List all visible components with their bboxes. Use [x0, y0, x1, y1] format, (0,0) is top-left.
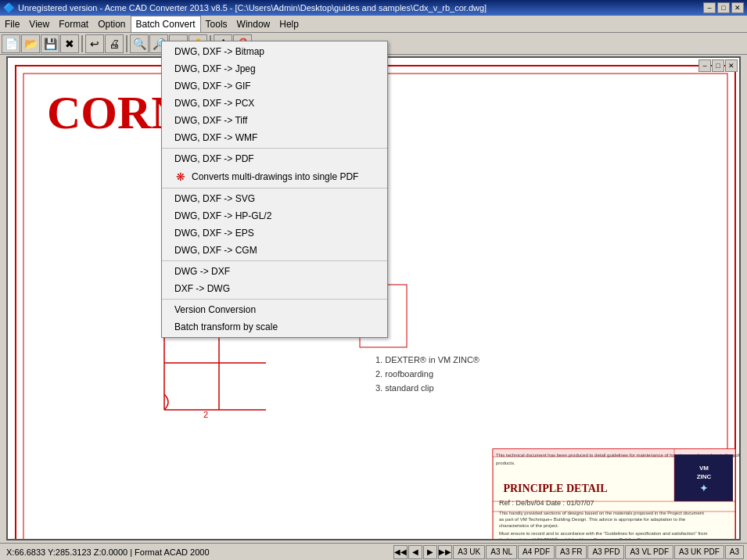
menu-group-other: Version Conversion Batch transform by sc… [162, 300, 387, 337]
new-button[interactable]: 📄 [2, 34, 20, 53]
menu-item-bitmap[interactable]: DWG, DXF -> Bitmap [162, 43, 387, 60]
svg-text:the fair artístic of VM ZINC®,: the fair artístic of VM ZINC®, published… [499, 537, 653, 539]
toolbar-sep2 [126, 35, 127, 52]
menu-batch-convert[interactable]: Batch Convert [131, 16, 201, 32]
titlebar-controls: – □ ✕ [703, 2, 744, 13]
paper-a3[interactable]: A3 [725, 545, 744, 559]
paper-a3fr[interactable]: A3 FR [555, 545, 587, 559]
minimize-button[interactable]: – [703, 2, 716, 13]
svg-text:Must ensure to record and to a: Must ensure to record and to accordance … [499, 531, 707, 536]
svg-text:as part of VM Technique+ Build: as part of VM Technique+ Building Design… [499, 517, 686, 522]
nav-last-button[interactable]: ▶▶ [438, 545, 452, 559]
menu-format[interactable]: Format [54, 16, 93, 32]
svg-text:3. standard clip: 3. standard clip [375, 383, 434, 393]
menu-group-vector: DWG, DXF -> SVG DWG, DXF -> HP-GL/2 DWG,… [162, 188, 387, 261]
menu-item-gif[interactable]: DWG, DXF -> GIF [162, 77, 387, 95]
svg-text:PRINCIPLE DETAIL: PRINCIPLE DETAIL [503, 483, 607, 494]
menu-item-cgm[interactable]: DWG, DXF -> CGM [162, 242, 387, 259]
nav-first-button[interactable]: ◀◀ [393, 545, 408, 559]
menu-file[interactable]: File [0, 16, 24, 32]
svg-text:ZINC: ZINC [697, 473, 712, 480]
svg-text:1. DEXTER® in VM ZINC®: 1. DEXTER® in VM ZINC® [375, 355, 479, 364]
menu-item-pdf[interactable]: DWG, DXF -> PDF [162, 150, 387, 167]
app-icon: 🔷 [3, 2, 15, 13]
batch-convert-dropdown: DWG, DXF -> Bitmap DWG, DXF -> Jpeg DWG,… [161, 41, 388, 338]
svg-text:VM: VM [699, 465, 709, 472]
statusbar: X:66.6833 Y:285.3123 Z:0.0000 | Format A… [0, 543, 747, 560]
svg-text:products.: products. [496, 461, 515, 465]
svg-text:Ref : De/bv/04    Date : 01/07: Ref : De/bv/04 Date : 01/07/07 [499, 499, 594, 507]
menu-tools[interactable]: Tools [201, 16, 232, 32]
menu-item-pcx[interactable]: DWG, DXF -> PCX [162, 95, 387, 112]
menu-item-tiff[interactable]: DWG, DXF -> Tiff [162, 112, 387, 129]
nav-next-button[interactable]: ▶ [423, 545, 437, 559]
zoom-in-button[interactable]: 🔍 [130, 34, 149, 53]
inner-close-button[interactable]: ✕ [725, 59, 738, 72]
titlebar: 🔷 Unregistered version - Acme CAD Conver… [0, 0, 747, 16]
menu-group-pdf: DWG, DXF -> PDF ❋ Converts multi-drawing… [162, 149, 387, 188]
save-button[interactable]: 💾 [41, 34, 59, 53]
inner-minimize-button[interactable]: – [699, 59, 711, 72]
menu-item-eps[interactable]: DWG, DXF -> EPS [162, 224, 387, 242]
menu-group-format-convert: DWG -> DXF DXF -> DWG [162, 261, 387, 300]
menu-help[interactable]: Help [275, 16, 303, 32]
menu-item-batch-transform[interactable]: Batch transform by scale [162, 318, 387, 336]
menubar: File View Format Option Batch Convert To… [0, 16, 747, 33]
svg-text:2: 2 [203, 410, 208, 419]
menu-item-hpgl2[interactable]: DWG, DXF -> HP-GL/2 [162, 207, 387, 224]
inner-window-controls: – □ ✕ [699, 59, 738, 72]
print-button[interactable]: 🖨 [105, 34, 124, 53]
menu-group-raster: DWG, DXF -> Bitmap DWG, DXF -> Jpeg DWG,… [162, 41, 387, 149]
undo-button[interactable]: ↩ [85, 34, 104, 53]
menu-option[interactable]: Option [93, 16, 130, 32]
nav-prev-button[interactable]: ◀ [408, 545, 422, 559]
multi-pdf-icon: ❋ [174, 171, 187, 183]
menu-item-svg[interactable]: DWG, DXF -> SVG [162, 190, 387, 207]
paper-a3pfd[interactable]: A3 PFD [587, 545, 624, 559]
paper-a3ukpdf[interactable]: A3 UK PDF [674, 545, 724, 559]
close-file-button[interactable]: ✖ [60, 34, 79, 53]
paper-a3uk[interactable]: A3 UK [453, 545, 485, 559]
menu-item-wmf[interactable]: DWG, DXF -> WMF [162, 129, 387, 146]
svg-text:✦: ✦ [699, 482, 709, 494]
menu-item-dwg-to-dxf[interactable]: DWG -> DXF [162, 263, 387, 280]
inner-restore-button[interactable]: □ [712, 59, 724, 72]
svg-text:2. roofboarding: 2. roofboarding [375, 369, 433, 379]
menu-view[interactable]: View [24, 16, 54, 32]
menu-window[interactable]: Window [232, 16, 275, 32]
paper-a3nl[interactable]: A3 NL [486, 545, 517, 559]
close-button[interactable]: ✕ [731, 2, 744, 13]
status-coordinates: X:66.6833 Y:285.3123 Z:0.0000 | Format A… [3, 547, 393, 557]
svg-text:characteristics of the project: characteristics of the project. [499, 523, 559, 528]
menu-item-jpeg[interactable]: DWG, DXF -> Jpeg [162, 60, 387, 77]
menu-item-multi-pdf[interactable]: ❋ Converts multi-drawings into single PD… [162, 167, 387, 186]
menu-item-dxf-to-dwg[interactable]: DXF -> DWG [162, 280, 387, 297]
toolbar-sep1 [81, 35, 83, 52]
paper-a4pdf[interactable]: A4 PDF [518, 545, 555, 559]
status-right: ◀◀ ◀ ▶ ▶▶ A3 UK A3 NL A4 PDF A3 FR A3 PF… [393, 545, 744, 559]
menu-item-version-conversion[interactable]: Version Conversion [162, 301, 387, 318]
titlebar-text: Unregistered version - Acme CAD Converte… [18, 3, 703, 13]
paper-a3vlpdf[interactable]: A3 VL PDF [625, 545, 673, 559]
maximize-button[interactable]: □ [717, 2, 730, 13]
open-button[interactable]: 📂 [21, 34, 40, 53]
